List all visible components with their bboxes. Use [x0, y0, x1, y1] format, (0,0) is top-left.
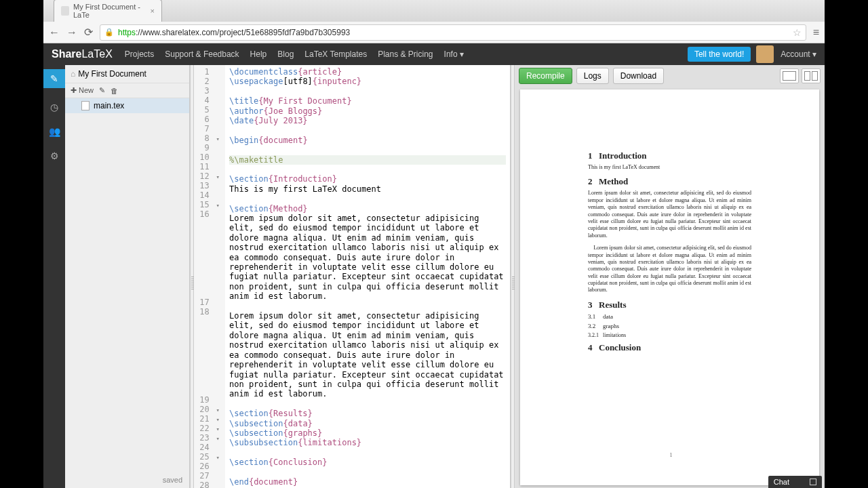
nav-support[interactable]: Support & Feedback — [165, 49, 239, 59]
app-header: ShareLaTeX Projects Support & Feedback H… — [43, 43, 825, 65]
section-heading: 3Results — [588, 300, 751, 310]
section-body: This is my first LaTeX document — [588, 164, 751, 171]
section-body: Lorem ipsum dolor sit amet, consectetur … — [588, 245, 751, 294]
favicon — [61, 6, 69, 16]
subsection-heading: 3.1data — [588, 313, 751, 320]
side-rail: ✎ ◷ 👥 ⚙ — [43, 65, 65, 488]
file-item[interactable]: main.tex — [65, 98, 189, 113]
subsubsection-heading: 3.2.1limitations — [588, 332, 751, 338]
section-heading: 2Method — [588, 176, 751, 187]
section-heading: 1Introduction — [588, 150, 751, 161]
section-body: Lorem ipsum dolor sit amet, consectetur … — [588, 190, 751, 239]
browser-tab[interactable]: My First Document - LaTe × — [54, 0, 162, 22]
section-heading: 4Conclusion — [588, 342, 751, 353]
code-area[interactable]: \documentclass{article}\usepackage[utf8]… — [225, 65, 510, 488]
new-file-button[interactable]: ✚ New — [71, 86, 94, 95]
pane-divider-right[interactable] — [511, 65, 515, 488]
file-toolbar: ✚ New ✎ 🗑 — [65, 83, 189, 98]
nav-plans[interactable]: Plans & Pricing — [378, 49, 433, 59]
preview-toolbar: Recompile Logs Download — [515, 65, 825, 87]
download-button[interactable]: Download — [613, 68, 664, 84]
nav-projects[interactable]: Projects — [125, 49, 154, 59]
chat-expand-icon — [810, 479, 816, 485]
file-icon — [81, 101, 90, 110]
nav-templates[interactable]: LaTeX Templates — [304, 49, 367, 59]
back-icon[interactable]: ← — [49, 26, 60, 39]
tell-the-world-button[interactable]: Tell the world! — [688, 47, 751, 62]
code-editor[interactable]: 1 2 3 4 5 6 7 8 ▾9 10 11 12 ▾13 14 15 ▾1… — [194, 65, 511, 488]
url-text: https://www.sharelatex.com/project/51e68… — [118, 28, 789, 37]
pdf-page[interactable]: 1Introduction This is my first LaTeX doc… — [520, 89, 819, 485]
edit-file-icon[interactable]: ✎ — [99, 86, 105, 95]
tab-title: My First Document - LaTe — [73, 3, 146, 19]
file-name: main.tex — [94, 101, 124, 110]
line-gutter: 1 2 3 4 5 6 7 8 ▾9 10 11 12 ▾13 14 15 ▾1… — [194, 65, 225, 488]
recompile-button[interactable]: Recompile — [519, 68, 572, 84]
project-name[interactable]: ⌂ My First Document — [65, 65, 189, 83]
preview-pane: Recompile Logs Download 1Introduction Th… — [515, 65, 825, 488]
avatar[interactable] — [756, 45, 774, 63]
brand[interactable]: ShareLaTeX — [52, 48, 113, 60]
history-icon[interactable]: ◷ — [50, 102, 58, 113]
url-field[interactable]: 🔒 https://www.sharelatex.com/project/51e… — [100, 24, 806, 41]
save-status: saved — [65, 472, 189, 488]
lock-icon: 🔒 — [104, 28, 114, 37]
layout-single-icon[interactable] — [780, 68, 799, 83]
account-menu[interactable]: Account ▾ — [781, 49, 816, 59]
page-number: 1 — [670, 452, 673, 458]
layout-split-icon[interactable] — [802, 68, 821, 83]
subsection-heading: 3.2graphs — [588, 323, 751, 329]
delete-file-icon[interactable]: 🗑 — [111, 87, 118, 95]
edit-icon[interactable]: ✎ — [43, 69, 65, 88]
close-icon[interactable]: × — [151, 7, 155, 15]
forward-icon[interactable]: → — [66, 26, 77, 39]
nav-help[interactable]: Help — [250, 49, 267, 59]
reload-icon[interactable]: ⟳ — [84, 26, 93, 39]
share-icon[interactable]: 👥 — [49, 126, 60, 137]
url-bar: ← → ⟳ 🔒 https://www.sharelatex.com/proje… — [43, 22, 825, 43]
nav-blog[interactable]: Blog — [277, 49, 294, 59]
star-icon[interactable]: ☆ — [793, 27, 802, 38]
nav-info[interactable]: Info ▾ — [444, 49, 464, 59]
layout-buttons — [780, 68, 821, 83]
browser-tabs: My First Document - LaTe × — [43, 0, 825, 22]
file-tree: ⌂ My First Document ✚ New ✎ 🗑 main.tex s… — [65, 65, 190, 488]
home-icon: ⌂ — [71, 69, 75, 79]
chat-button[interactable]: Chat — [768, 476, 822, 488]
logs-button[interactable]: Logs — [576, 68, 609, 84]
menu-icon[interactable]: ≡ — [813, 26, 819, 39]
gear-icon[interactable]: ⚙ — [50, 150, 59, 161]
